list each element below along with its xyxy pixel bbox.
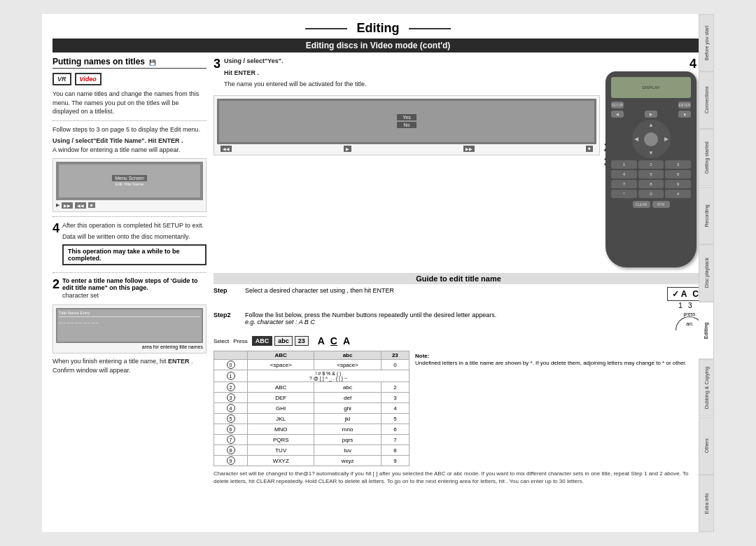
char-row-2: 2 ABC abc 2 [214, 382, 410, 393]
char-set-label: character set [62, 291, 206, 300]
tab-getting-started[interactable]: Getting started [699, 129, 714, 186]
char-disp-a1: A [318, 335, 325, 346]
select-abc-upper[interactable]: ABC [252, 336, 273, 346]
remote-top-buttons: SETUP ENTER [611, 102, 691, 108]
warning-text: This operation may take a while to be co… [68, 248, 180, 262]
section-title-text: Putting names on titles [52, 57, 145, 66]
tab-dubbing[interactable]: Dubbing & Copying [699, 359, 714, 416]
char-select-row: Select Press ABC abc 23 A C A [214, 333, 704, 349]
guide-step1-content: Select a desired character set using , t… [245, 287, 660, 294]
btn-circle-8: 8 [227, 446, 235, 454]
char-row-7: 7 PQRS pqrs 7 [214, 435, 410, 445]
col-23: 23 [381, 351, 409, 360]
btn-circle-5: 5 [227, 414, 235, 423]
remote-btn-3: ◀ [611, 111, 624, 118]
select-abc-lower[interactable]: abc [274, 336, 293, 346]
warning-box: This operation may take a while to be co… [62, 244, 206, 265]
step3-header: 3 Using / select"Yes". Hit ENTER . The n… [214, 57, 600, 92]
step1-text: Select a desired character set using , t… [245, 287, 394, 294]
tab-editing[interactable]: Editing [699, 302, 714, 359]
step3-screen: Yes No [217, 99, 596, 144]
cell-3-lower: def [314, 393, 381, 403]
remote-nav-ring: ▲ ▼ ◀ ▶ [632, 120, 671, 158]
btn-circle-4: 4 [227, 404, 235, 412]
select-label: Select [214, 338, 229, 344]
step3-area: 3 Using / select"Yes". Hit ENTER . The n… [214, 57, 600, 267]
step3-screen-box: Yes No ◀◀ ▶ ▶▶ ■ [214, 95, 600, 155]
press-label: press [683, 312, 695, 316]
page-title: Editing [52, 21, 704, 36]
remote-btn-4: ▶ [645, 111, 657, 118]
note-label: Note: Undefined letters in a title name … [415, 353, 704, 368]
tab-connections[interactable]: Connections [699, 71, 714, 129]
bottom-instructions: Character set will be changed to the@1? … [214, 470, 704, 485]
cell-4-abc: GHI [248, 403, 314, 414]
divider-1 [52, 120, 206, 121]
cell-6-23: 6 [381, 424, 409, 435]
remote-num-star: * [611, 190, 637, 198]
col-btn [214, 351, 248, 360]
remote-row2: ◀ ▶ ■ [611, 111, 691, 118]
remote-btn-5: ■ [678, 111, 691, 118]
cell-9-lower: wxyz [314, 456, 381, 466]
table-note-area: ABC abc 23 0 <space> [214, 351, 704, 466]
remote-num-2: 2 [638, 160, 664, 169]
guide-step2: Step2 Follow the list below, press the N… [214, 312, 704, 330]
tab-others[interactable]: Others [699, 417, 714, 475]
remote-num-7: 7 [611, 180, 637, 188]
cell-9-abc: WXYZ [248, 456, 314, 466]
remote-screen: DISPLAY [611, 77, 691, 98]
step4-content: After this operation is completed hit SE… [62, 221, 206, 268]
cell-5-23: 5 [381, 414, 409, 424]
char-row-6: 6 MNO mno 6 [214, 424, 410, 435]
cell-0-23: 0 [381, 360, 409, 370]
remote-num-3: 3 [665, 160, 691, 169]
btn-circle-1: 1 [227, 372, 235, 380]
divider-2 [52, 216, 206, 217]
right-top-area: 3 Using / select"Yes". Hit ENTER . The n… [214, 57, 704, 267]
step2-bottom-content: To enter a title name follow steps of 'G… [62, 277, 206, 303]
tab-recording[interactable]: Recording [699, 187, 714, 244]
guide-section: Guide to edit title name Step Select a d… [214, 273, 704, 485]
cell-3-23: 3 [381, 393, 409, 403]
cell-4-23: 4 [381, 403, 409, 414]
finish-text: When you finish entering a title name, h… [52, 357, 206, 374]
step4-area: 4 After this operation is completed hit … [52, 221, 206, 268]
btn-circle-0: 0 [227, 360, 235, 369]
step2-text: Follow steps to 3 on page 5 to display t… [52, 125, 206, 134]
char-c: C [692, 289, 699, 299]
char-row-3: 3 DEF def 3 [214, 393, 410, 403]
cell-9-23: 9 [381, 456, 409, 466]
logo-area: VR Video [52, 73, 206, 85]
title-text: Editing [357, 21, 400, 35]
cell-8-lower: tuv [314, 445, 381, 456]
cell-4-lower: ghi [314, 403, 381, 414]
char-a: ✓ A [672, 289, 687, 299]
remote-control: DISPLAY SETUP ENTER ◀ ▶ ■ [606, 71, 696, 267]
screen-2: Title Name Entry _ _ _ _ _ _ _ _ _ _ [56, 308, 203, 343]
screen-left: Menu Screen Edit Title Name [56, 162, 203, 200]
tab-disc-playback[interactable]: Disc playback [699, 244, 714, 302]
btn-circle-6: 6 [227, 425, 235, 433]
step-box-2: Title Name Entry _ _ _ _ _ _ _ _ _ _ are… [52, 304, 206, 354]
remote-num-hash: # [665, 190, 691, 198]
char-row-1: 1 ! # $ % & ( )? @ [ ] ^ _ . { | } ~ [214, 370, 410, 382]
left-column: Putting names on titles 💾 VR Video You c… [52, 57, 206, 522]
step2-bottom: 2 To enter a title name follow steps of … [52, 277, 206, 303]
select-23[interactable]: 23 [295, 336, 309, 346]
tab-before-you-start[interactable]: Before you start [699, 14, 714, 71]
char-disp-c: C [330, 335, 337, 346]
logo-video: Video [75, 73, 102, 85]
tab-extra-info[interactable]: Extra info [699, 475, 714, 532]
content-area: Editing Editing discs in Video mode (con… [42, 14, 714, 532]
btn-circle-9: 9 [227, 456, 235, 465]
remote-num-8: 8 [638, 180, 664, 188]
right-column: 3 Using / select"Yes". Hit ENTER . The n… [214, 57, 704, 522]
char-table-area: Select Press ABC abc 23 A C A [214, 333, 704, 485]
remote-bottom-buttons: CLEAR RTN [611, 201, 691, 208]
section-title: Putting names on titles 💾 [52, 57, 206, 69]
remote-num-5: 5 [638, 170, 664, 178]
intro-text: You can name titles and change the names… [52, 90, 206, 116]
screen-inner-left: Menu Screen Edit Title Name [59, 164, 200, 197]
step4-note: Data will be written onto the disc momen… [62, 232, 206, 241]
